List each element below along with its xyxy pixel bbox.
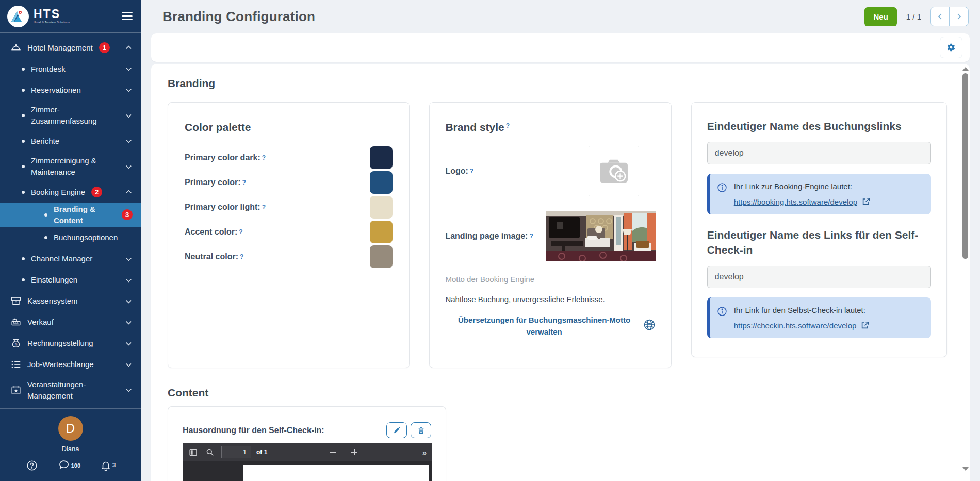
sidebar-item-veranstaltungen[interactable]: Veranstaltungen-Management (0, 375, 141, 405)
landing-page-image[interactable] (546, 211, 656, 261)
help-question-icon[interactable]: ? (529, 233, 533, 240)
motto-value: Nahtlose Buchung, unvergessliche Erlebni… (445, 295, 655, 304)
calendar-star-icon (10, 385, 22, 396)
sidebar-item-buchungsoptionen[interactable]: Buchungsoptionen (0, 227, 141, 248)
scrollbar-thumb[interactable] (962, 73, 968, 259)
branding-cards-row: Color palette Primary color dark:? Prima… (168, 102, 947, 368)
help-question-icon[interactable]: ? (262, 154, 266, 161)
logo-text: HTS Hotel & Tourism Solutions (34, 8, 70, 24)
help-question-icon[interactable]: ? (240, 253, 243, 260)
sidebar-item-hotel-management[interactable]: Hotel Management 1 (0, 37, 141, 58)
pdf-sidebar-toggle-icon[interactable] (189, 448, 198, 457)
palette-label: Primary color dark: (185, 153, 260, 162)
help-question-icon[interactable]: ? (262, 204, 266, 211)
sidebar-item-channel-manager[interactable]: Channel Manager (0, 248, 141, 270)
delete-document-button[interactable] (411, 422, 431, 438)
edit-document-button[interactable] (386, 422, 407, 438)
checkin-link-input[interactable] (707, 266, 931, 288)
sidebar-item-rechnungsstellung[interactable]: $ Rechnungsstellung (0, 333, 141, 354)
checkin-link-info-box: Ihr Link für den Selbst-Check-in lautet:… (707, 297, 931, 338)
globe-icon[interactable] (643, 319, 656, 333)
brand-tagline: Hotel & Tourism Solutions (34, 21, 70, 24)
brand-style-card: Brand style? Logo:? (429, 102, 671, 368)
booking-link-input[interactable] (707, 142, 931, 164)
cash-register-icon (10, 317, 22, 328)
pdf-page (243, 465, 429, 481)
bullet-icon (22, 140, 25, 143)
sidebar-item-branding-content[interactable]: Branding & Content 3 (0, 203, 141, 227)
external-link-icon[interactable] (861, 197, 871, 206)
chat-icon[interactable]: 100 (58, 460, 79, 474)
cash-drawer-icon (10, 295, 22, 307)
checkin-link-info-text: Ihr Link für den Selbst-Check-in lautet: (734, 306, 870, 314)
sidebar-item-job-warteschlange[interactable]: Job-Warteschlange (0, 354, 141, 375)
palette-row: Neutral color:? (185, 250, 393, 263)
record-toolbar (151, 33, 970, 62)
main-header: Branding Configuration Neu 1 / 1 (141, 0, 980, 33)
pdf-zoom-controls (329, 448, 358, 456)
pager-label: 1 / 1 (906, 12, 921, 21)
booking-link-url[interactable]: https://booking.hts.software/develop (734, 197, 857, 206)
chevron-down-icon (125, 276, 133, 284)
bullet-icon (22, 114, 25, 117)
logo-upload-box[interactable] (589, 146, 639, 196)
landing-image-row: Landing page image:? (445, 211, 655, 261)
help-question-icon[interactable]: ? (239, 228, 242, 236)
brand-style-title: Brand style (445, 121, 504, 133)
camera-plus-icon (598, 158, 630, 185)
help-icon[interactable] (26, 460, 38, 473)
color-swatch-primary[interactable] (370, 171, 393, 194)
search-icon[interactable] (206, 448, 214, 456)
user-name: Diana (0, 445, 141, 453)
sidebar-item-zimmer-zusammenfassung[interactable]: Zimmer-Zusammenfassung (0, 101, 141, 130)
scrollbar-up-arrow[interactable] (962, 67, 969, 71)
pdf-tools-expand-button[interactable]: » (422, 448, 426, 457)
chat-count: 100 (71, 462, 80, 469)
external-link-icon[interactable] (860, 321, 870, 330)
color-palette-card: Color palette Primary color dark:? Prima… (168, 102, 410, 368)
next-page-button[interactable] (950, 7, 968, 26)
help-question-icon[interactable]: ? (506, 122, 510, 129)
sidebar-item-label: Booking Engine (31, 187, 85, 198)
hamburger-icon[interactable] (122, 12, 133, 21)
zoom-in-button[interactable] (350, 448, 358, 456)
pdf-page-input[interactable] (221, 446, 251, 458)
sidebar-item-booking-engine[interactable]: Booking Engine 2 (0, 181, 141, 203)
document-row: Hausordnung für den Self-Check-in: (183, 422, 431, 438)
scrollbar-down-arrow[interactable] (962, 467, 969, 471)
cloche-icon (10, 42, 22, 54)
help-question-icon[interactable]: ? (242, 179, 246, 186)
sidebar-item-label: Rechnungsstellung (27, 338, 93, 349)
sidebar-item-label: Berichte (31, 136, 59, 147)
checkin-link-url[interactable]: https://checkin.hts.software/develop (734, 321, 857, 330)
sidebar-item-frontdesk[interactable]: Frontdesk (0, 58, 141, 79)
sidebar-item-einstellungen[interactable]: Einstellungen (0, 270, 141, 291)
manage-translations-link[interactable]: Übersetzungen für Buchungsmaschinen-Mott… (445, 314, 643, 338)
hts-logo[interactable] (7, 6, 29, 27)
sidebar-item-kassensystem[interactable]: Kassensystem (0, 291, 141, 312)
palette-row: Primary color dark:? (185, 151, 393, 164)
help-question-icon[interactable]: ? (470, 168, 473, 175)
new-button[interactable]: Neu (864, 7, 896, 26)
sidebar-item-berichte[interactable]: Berichte (0, 130, 141, 152)
sidebar-item-verkauf[interactable]: Verkauf (0, 312, 141, 333)
brand-style-title-row: Brand style? (445, 121, 655, 134)
bell-count: 3 (112, 462, 116, 468)
zoom-out-button[interactable] (329, 448, 337, 456)
sidebar-item-zimmerreinigung[interactable]: Zimmerreinigung & Maintenance (0, 152, 141, 181)
settings-button[interactable] (940, 37, 962, 58)
app-window: HTS Hotel & Tourism Solutions Hotel Mana… (0, 0, 980, 481)
bullet-icon (22, 278, 25, 281)
bullet-icon (44, 213, 47, 217)
avatar[interactable]: D (58, 416, 83, 441)
prev-page-button[interactable] (931, 7, 950, 26)
color-swatch-primary-dark[interactable] (370, 146, 393, 169)
color-swatch-neutral[interactable] (370, 245, 393, 268)
palette-label: Accent color: (185, 227, 237, 237)
sidebar-item-label: Zimmerreinigung & Maintenance (31, 155, 103, 178)
color-swatch-accent[interactable] (370, 221, 393, 243)
color-swatch-primary-light[interactable] (370, 196, 393, 219)
bell-icon[interactable]: 3 (100, 460, 115, 473)
sidebar-item-reservationen[interactable]: Reservationen (0, 79, 141, 101)
notification-badge: 2 (91, 187, 102, 197)
